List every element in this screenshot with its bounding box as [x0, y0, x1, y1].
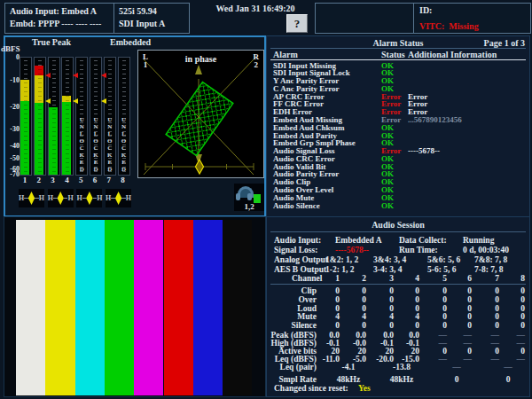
audio-source-title: Embedded: [110, 37, 151, 47]
phase-diamond-icon: [28, 192, 35, 205]
unlocked-text: UNLOCKED: [105, 116, 115, 173]
phase-diamond-icon: [58, 192, 64, 205]
session-pair-cell: -4.1: [322, 363, 375, 372]
session-pair-cell: 0: [430, 375, 483, 384]
meter-tick-overlay: [38, 60, 42, 172]
color-bar-green: [105, 220, 134, 395]
monitored-pair-label: 1,2: [234, 202, 264, 211]
data-collect-field-label: Data Collect:: [399, 236, 447, 245]
sdi-input-label: SDI Input A: [119, 18, 165, 29]
dbfs-unit-label: dBFS: [1, 44, 20, 53]
meter-channel-number: 7: [104, 176, 114, 184]
color-bar-black: [223, 220, 252, 395]
header-underline: [270, 59, 526, 60]
run-time-field-label: Run Time:: [399, 246, 438, 254]
phase-status-label: in phase: [138, 54, 263, 64]
output-pair-value: 5&6: 5, 6: [427, 255, 460, 264]
phase-correlation-meter-pair1: HH: [19, 189, 44, 207]
audio-session-panel[interactable]: Audio Session Audio Input: Embedded A Da…: [266, 216, 530, 397]
column-header-alarm: Alarm: [273, 50, 298, 59]
channel-number: 4: [415, 274, 419, 283]
meter-channel-number: 8: [118, 176, 129, 184]
output-label: AES B Output: [274, 265, 326, 274]
lissajous-plot: [138, 51, 262, 176]
color-bar-magenta: [134, 220, 163, 395]
signal-loss-field-value: ----5678--: [335, 246, 369, 254]
test-level-marker-icon: [101, 98, 106, 104]
headphone-pad-left: [236, 193, 240, 200]
scale-tick-label: 0: [5, 54, 20, 61]
output-pair-value: 1-2: 1, 2: [325, 265, 354, 274]
session-cell: 0: [489, 304, 525, 313]
output-pair-value: 5-6: 5, 6: [427, 265, 456, 274]
scale-tick-label: -10: [5, 77, 20, 84]
color-bar-red: [164, 220, 193, 395]
phase-h-right: H: [39, 195, 44, 202]
meter-channel-number: 5: [75, 176, 86, 184]
channel-header-label: Channel: [292, 274, 322, 283]
alarm-additional-info: ----5678--: [408, 147, 440, 155]
session-panel-title: Audio Session: [267, 220, 529, 230]
scale-tick-label: -50: [5, 155, 20, 162]
peak-limit-marker-icon: [73, 73, 78, 78]
channel-number: 5: [442, 274, 447, 283]
session-cell: 0: [489, 295, 525, 304]
input-box-divider: [113, 4, 114, 33]
phase-line: [24, 198, 28, 199]
meter-channel-number: 2: [34, 176, 44, 184]
waveform-monitor-screen: Audio Input: Embed A Embd: PPPP ---- ---…: [0, 0, 532, 399]
channel-number: 8: [520, 274, 525, 283]
alarm-status-panel[interactable]: Alarm Status Page 1 of 3 Alarm Status Ad…: [266, 35, 530, 217]
aux-status-box: [315, 3, 415, 34]
meter-channel-number: 6: [90, 176, 100, 184]
alarm-page-indicator: Page 1 of 3: [484, 38, 525, 48]
run-time-field-value: 0 d, 00:03:40: [463, 246, 509, 254]
audio-meter-ch4: [61, 57, 74, 176]
audio-tile[interactable]: True Peak Embedded 0-10-20-30-40-50-60-7…: [4, 35, 266, 217]
meter-tick-overlay: [24, 60, 27, 172]
help-button[interactable]: ?: [286, 14, 308, 33]
output-pair-value: 3&4: 3, 4: [373, 255, 406, 264]
session-pair-cell: 48kHz: [322, 375, 375, 384]
scale-tick-label: -20: [5, 104, 20, 111]
phase-h-right: H: [126, 195, 131, 202]
alarm-status: OK: [381, 202, 394, 210]
meter-tick-overlay: [66, 60, 69, 172]
audio-meter-ch8: UNLOCKED: [118, 57, 130, 176]
input-status-box: Audio Input: Embed A Embd: PPPP ---- ---…: [4, 3, 190, 34]
unlocked-text: UNLOCKED: [119, 116, 129, 173]
session-pair-cell: —: [481, 363, 532, 372]
phase-line: [82, 198, 87, 199]
session-pair-cell: —: [430, 363, 483, 372]
lissajous-display: L1 R2 in phase: [137, 50, 264, 178]
id-label: ID:: [419, 4, 432, 16]
datetime-label: Wed Jan 31 16:49:20: [206, 3, 305, 14]
headphone-pad-right: [247, 193, 252, 200]
alarm-name: Audio Silence: [273, 202, 320, 210]
session-cell: 0: [489, 312, 525, 321]
audio-input-field-value: Embedded A: [335, 236, 382, 245]
changed-since-reset-label: Changed since reset:: [274, 384, 348, 393]
unlocked-text: UNLOCKED: [76, 116, 87, 173]
test-level-marker-icon: [73, 98, 78, 104]
channel-number: 6: [467, 274, 472, 283]
color-bar-white: [16, 220, 45, 395]
session-cell: 0: [489, 286, 525, 295]
meter-channel-number: 4: [61, 176, 72, 184]
session-row-label: Leq (pair): [267, 363, 317, 372]
scale-tick-label: -70: [5, 171, 20, 178]
session-pair-cell: 0: [481, 375, 532, 384]
output-label: Analog Output: [274, 255, 328, 264]
title-divider: [270, 48, 526, 49]
session-cell: 0: [489, 321, 525, 330]
phase-h-right: H: [67, 195, 73, 202]
picture-tile[interactable]: [4, 216, 266, 397]
signal-loss-field-label: Signal Loss:: [274, 246, 317, 254]
test-level-marker-icon: [45, 98, 51, 104]
session-pair-cell: -13.8: [375, 363, 428, 372]
scale-tick-label: -30: [5, 126, 20, 133]
meter-channel-number: 1: [20, 176, 30, 184]
peak-limit-marker-icon: [101, 73, 106, 78]
output-pair-value: 1&2: 1, 2: [325, 255, 358, 264]
color-bar-yellow: [45, 220, 74, 395]
